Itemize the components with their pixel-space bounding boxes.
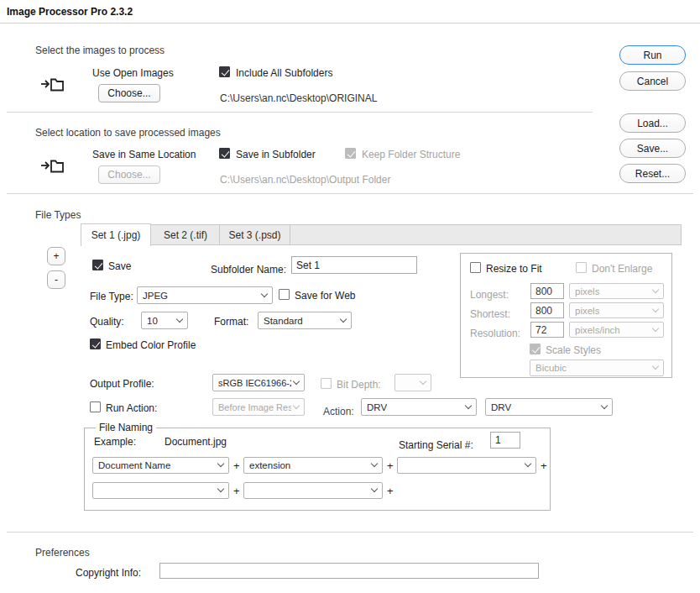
window-title: Image Processor Pro 2.3.2 bbox=[7, 6, 133, 18]
naming-plus-1: + bbox=[233, 459, 240, 472]
save-checkbox-label[interactable]: Save bbox=[108, 260, 131, 273]
resolution-label: Resolution: bbox=[470, 328, 520, 340]
title-bar: Image Processor Pro 2.3.2 bbox=[0, 0, 700, 24]
run-action-label[interactable]: Run Action: bbox=[106, 402, 157, 415]
longest-unit-select[interactable]: pixels bbox=[569, 283, 664, 299]
naming-field-1-select[interactable]: Document Name bbox=[92, 457, 229, 474]
naming-plus-5: + bbox=[387, 485, 394, 497]
starting-serial-input[interactable] bbox=[490, 432, 520, 449]
chevron-down-icon bbox=[525, 460, 531, 467]
naming-field-2-select[interactable]: extension bbox=[243, 457, 383, 474]
chevron-down-icon bbox=[340, 315, 347, 322]
cancel-button[interactable]: Cancel bbox=[619, 71, 686, 91]
action-select[interactable]: DRV bbox=[485, 398, 613, 416]
chevron-down-icon bbox=[293, 377, 300, 384]
source-path: C:\Users\an.nc\Desktop\ORIGINAL bbox=[220, 92, 377, 105]
resolution-unit-select[interactable]: pixels/inch bbox=[569, 322, 664, 338]
destination-heading: Select location to save processed images bbox=[35, 127, 221, 139]
chevron-down-icon bbox=[371, 460, 378, 467]
preferences-heading: Preferences bbox=[35, 547, 90, 559]
chevron-down-icon bbox=[217, 460, 224, 467]
subfolder-name-input[interactable] bbox=[291, 256, 417, 274]
reset-button[interactable]: Reset... bbox=[619, 164, 686, 183]
separator bbox=[7, 532, 693, 533]
chevron-down-icon bbox=[420, 377, 426, 384]
bit-depth-select[interactable] bbox=[394, 374, 431, 391]
resolution-input[interactable] bbox=[530, 322, 564, 338]
shortest-input[interactable] bbox=[530, 302, 564, 318]
file-type-select[interactable]: JPEG bbox=[137, 286, 273, 304]
resize-to-fit-label[interactable]: Resize to Fit bbox=[486, 263, 542, 276]
dont-enlarge-checkbox[interactable] bbox=[576, 262, 587, 273]
choose-destination-button[interactable]: Choose... bbox=[98, 165, 160, 184]
save-in-subfolder-label[interactable]: Save in Subfolder bbox=[236, 149, 316, 161]
separator bbox=[7, 112, 593, 113]
format-label: Format: bbox=[214, 316, 248, 328]
longest-label: Longest: bbox=[470, 289, 509, 302]
interpolation-select[interactable]: Bicubic bbox=[530, 359, 664, 376]
tab-set-1[interactable]: Set 1 (.jpg) bbox=[81, 223, 151, 246]
output-profile-select[interactable]: sRGB IEC61966-2.1 bbox=[212, 374, 305, 391]
keep-folder-structure-checkbox[interactable] bbox=[345, 148, 356, 159]
scale-styles-label: Scale Styles bbox=[546, 344, 601, 357]
naming-plus-4: + bbox=[233, 485, 240, 497]
chevron-down-icon bbox=[652, 305, 659, 312]
output-profile-label: Output Profile: bbox=[90, 378, 154, 391]
format-select[interactable]: Standard bbox=[258, 312, 352, 329]
chevron-down-icon bbox=[293, 401, 300, 408]
chevron-down-icon bbox=[601, 401, 608, 408]
save-settings-button[interactable]: Save... bbox=[619, 139, 686, 158]
save-in-subfolder-checkbox[interactable] bbox=[219, 148, 230, 159]
file-type-label: File Type: bbox=[90, 291, 133, 303]
action-set-select[interactable]: DRV bbox=[361, 398, 477, 416]
embed-color-profile-label[interactable]: Embed Color Profile bbox=[106, 339, 196, 352]
add-set-button[interactable]: + bbox=[47, 247, 65, 265]
chevron-down-icon bbox=[217, 485, 224, 492]
bit-depth-checkbox[interactable] bbox=[321, 378, 332, 389]
quality-label: Quality: bbox=[90, 316, 124, 328]
destination-folder-icon bbox=[40, 156, 64, 177]
source-heading: Select the images to process bbox=[35, 45, 165, 57]
naming-field-4-select[interactable] bbox=[92, 482, 229, 499]
tab-set-2[interactable]: Set 2 (.tif) bbox=[152, 225, 220, 244]
save-for-web-checkbox[interactable] bbox=[279, 289, 290, 300]
tab-set-3[interactable]: Set 3 (.psd) bbox=[220, 225, 290, 244]
naming-plus-2: + bbox=[387, 459, 394, 472]
bit-depth-label: Bit Depth: bbox=[337, 379, 381, 391]
destination-path: C:\Users\an.nc\Desktop\Output Folder bbox=[220, 174, 390, 186]
resize-to-fit-checkbox[interactable] bbox=[470, 262, 481, 273]
source-folder-icon bbox=[40, 75, 64, 96]
run-action-checkbox[interactable] bbox=[90, 401, 101, 412]
include-all-subfolders-checkbox[interactable] bbox=[219, 66, 230, 77]
include-all-subfolders-label[interactable]: Include All Subfolders bbox=[236, 67, 332, 80]
choose-source-button[interactable]: Choose... bbox=[98, 84, 160, 102]
example-value: Document.jpg bbox=[165, 436, 227, 449]
copyright-info-input[interactable] bbox=[159, 563, 539, 579]
chevron-down-icon bbox=[652, 363, 659, 370]
separator bbox=[7, 193, 693, 194]
file-types-heading: File Types bbox=[35, 209, 81, 222]
shortest-unit-select[interactable]: pixels bbox=[569, 302, 664, 318]
embed-color-profile-checkbox[interactable] bbox=[90, 338, 101, 349]
save-for-web-label[interactable]: Save for Web bbox=[295, 290, 355, 302]
naming-plus-3: + bbox=[541, 459, 547, 472]
naming-field-3-select[interactable] bbox=[397, 457, 536, 474]
copyright-info-label: Copyright Info: bbox=[76, 567, 141, 580]
naming-field-5-select[interactable] bbox=[243, 482, 383, 499]
shortest-label: Shortest: bbox=[470, 308, 510, 321]
remove-set-button[interactable]: - bbox=[47, 270, 65, 289]
example-label: Example: bbox=[94, 436, 136, 449]
scale-styles-checkbox[interactable] bbox=[530, 344, 541, 354]
subfolder-name-label: Subfolder Name: bbox=[173, 264, 286, 276]
longest-input[interactable] bbox=[530, 283, 564, 299]
chevron-down-icon bbox=[652, 324, 659, 331]
chevron-down-icon bbox=[371, 485, 378, 492]
run-button[interactable]: Run bbox=[619, 45, 686, 65]
starting-serial-label: Starting Serial #: bbox=[399, 439, 473, 452]
load-button[interactable]: Load... bbox=[619, 113, 686, 133]
image-processor-dialog: Image Processor Pro 2.3.2 Select the ima… bbox=[0, 0, 700, 593]
chevron-down-icon bbox=[652, 286, 659, 292]
run-action-timing-select[interactable]: Before Image Resize bbox=[212, 398, 305, 416]
save-checkbox[interactable] bbox=[92, 260, 103, 270]
quality-select[interactable]: 10 bbox=[141, 312, 188, 329]
